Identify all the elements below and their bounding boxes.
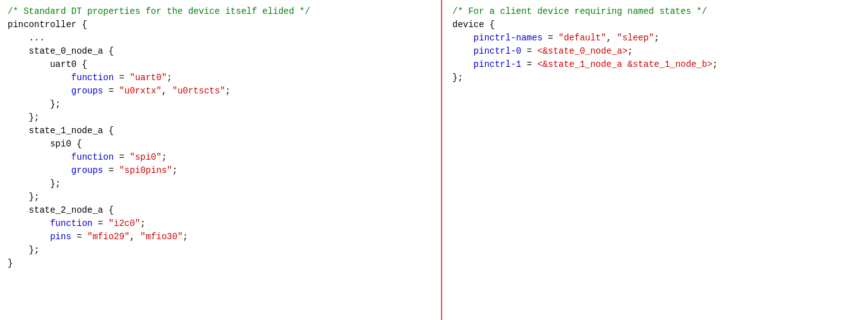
code-line: /* For a client device requiring named s… [452,5,860,18]
code-line: }; [8,244,433,257]
left-code-panel: /* Standard DT properties for the device… [0,0,442,320]
code-container: /* Standard DT properties for the device… [0,0,868,320]
code-line: }; [8,98,433,111]
code-line: pincontroller { [8,18,433,32]
code-line: pinctrl-1 = <&state_1_node_a &state_1_no… [452,58,860,71]
code-line: }; [8,177,433,191]
code-line: pinctrl-names = "default", "sleep"; [452,32,860,45]
code-line: state_1_node_a { [8,124,433,138]
code-line: /* Standard DT properties for the device… [8,5,433,18]
code-line: }; [452,71,860,85]
code-line: }; [8,191,433,204]
code-line: state_2_node_a { [8,204,433,217]
code-line: device { [452,18,860,32]
code-line: pinctrl-0 = <&state_0_node_a>; [452,45,860,58]
code-line: ... [8,32,433,45]
code-line: uart0 { [8,58,433,71]
code-line: spi0 { [8,138,433,151]
code-line: function = "uart0"; [8,71,433,85]
code-line: groups = "spi0pins"; [8,164,433,177]
code-line: } [8,257,433,270]
code-line: groups = "u0rxtx", "u0rtscts"; [8,85,433,98]
code-line: function = "spi0"; [8,151,433,164]
code-line: pins = "mfio29", "mfio30"; [8,230,433,244]
code-line: state_0_node_a { [8,45,433,58]
code-line: function = "i2c0"; [8,217,433,230]
right-code-panel: /* For a client device requiring named s… [442,0,868,320]
code-line: }; [8,111,433,124]
